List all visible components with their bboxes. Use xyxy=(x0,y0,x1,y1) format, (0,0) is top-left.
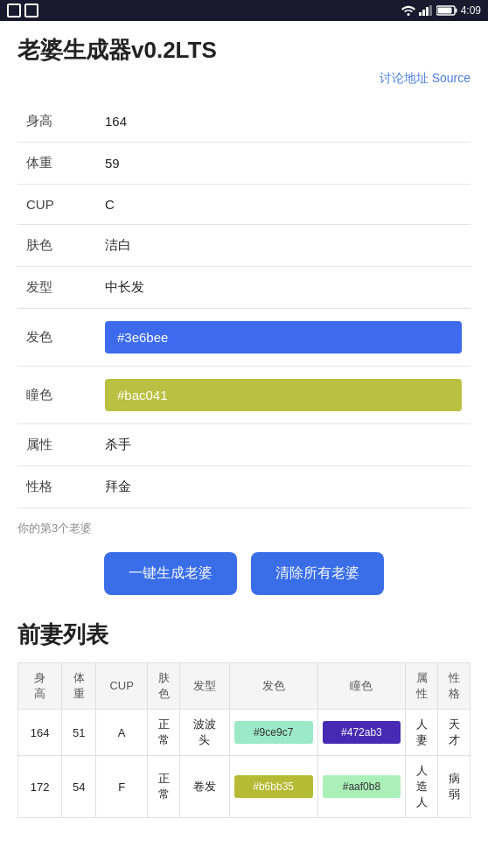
form-table: 身高 164 体重 59 CUP C 肤色 洁白 发型 中长发 发色 xyxy=(17,101,471,508)
value-eyecolor: #bac041 xyxy=(96,367,471,424)
value-weight: 59 xyxy=(96,143,471,185)
label-attribute: 属性 xyxy=(17,424,96,466)
form-row-cup: CUP C xyxy=(17,185,471,225)
col-attribute: 属性 xyxy=(406,663,438,710)
label-personality: 性格 xyxy=(17,466,96,508)
form-row-eyecolor: 瞳色 #bac041 xyxy=(17,367,471,424)
col-skin: 肤色 xyxy=(148,663,180,710)
value-personality: 拜金 xyxy=(96,466,471,508)
row1-haircolor: #9ce9c7 xyxy=(229,710,317,756)
svg-rect-3 xyxy=(426,7,429,16)
source-link[interactable]: 讨论地址 Source xyxy=(17,71,471,87)
app-container: 老婆生成器v0.2LTS 讨论地址 Source 身高 164 体重 59 CU… xyxy=(0,21,488,832)
status-square-2 xyxy=(24,4,38,18)
label-eyecolor: 瞳色 xyxy=(17,367,96,424)
row1-hairstyle: 波波头 xyxy=(179,710,229,756)
label-cup: CUP xyxy=(17,185,96,225)
col-personality: 性格 xyxy=(438,663,471,710)
clear-button[interactable]: 清除所有老婆 xyxy=(251,552,384,595)
value-attribute: 杀手 xyxy=(96,424,471,466)
form-row-weight: 体重 59 xyxy=(17,143,471,185)
list-section-title: 前妻列表 xyxy=(17,620,471,650)
label-height: 身高 xyxy=(17,101,96,143)
label-haircolor: 发色 xyxy=(17,309,96,367)
value-height: 164 xyxy=(96,101,471,143)
form-row-skin: 肤色 洁白 xyxy=(17,225,471,267)
hair-color-swatch: #3e6bee xyxy=(105,321,462,354)
row2-skin: 正常 xyxy=(148,756,180,818)
col-haircolor: 发色 xyxy=(229,663,317,710)
svg-rect-2 xyxy=(422,10,425,16)
form-row-attribute: 属性 杀手 xyxy=(17,424,471,466)
row1-height: 164 xyxy=(18,710,62,756)
svg-rect-1 xyxy=(419,12,422,16)
wife-list-table: 身高 体重 CUP 肤色 发型 发色 瞳色 属性 性格 164 51 A 正常 … xyxy=(17,662,471,818)
label-skin: 肤色 xyxy=(17,225,96,267)
col-eyecolor: 瞳色 xyxy=(317,663,406,710)
row1-hair-swatch: #9ce9c7 xyxy=(234,721,313,744)
col-weight: 体重 xyxy=(62,663,96,710)
row2-eye-swatch: #aaf0b8 xyxy=(323,775,401,798)
battery-icon xyxy=(436,5,457,16)
status-square-1 xyxy=(7,4,21,18)
list-row-1: 164 51 A 正常 波波头 #9ce9c7 #472ab3 人妻 天才 xyxy=(18,710,471,756)
svg-point-0 xyxy=(407,13,409,16)
col-height: 身高 xyxy=(18,663,62,710)
value-cup: C xyxy=(96,185,471,225)
form-row-height: 身高 164 xyxy=(17,101,471,143)
row2-height: 172 xyxy=(18,756,62,818)
row2-attribute: 人造人 xyxy=(406,756,438,818)
row2-weight: 54 xyxy=(62,756,96,818)
app-title: 老婆生成器v0.2LTS xyxy=(17,35,471,66)
row2-personality: 病弱 xyxy=(438,756,471,818)
row1-skin: 正常 xyxy=(148,710,180,756)
status-bar-left xyxy=(7,4,38,18)
row2-haircolor: #b6bb35 xyxy=(229,756,317,818)
wifi-icon xyxy=(401,5,415,16)
row1-attribute: 人妻 xyxy=(406,710,438,756)
value-haircolor: #3e6bee xyxy=(96,309,471,367)
list-header-row: 身高 体重 CUP 肤色 发型 发色 瞳色 属性 性格 xyxy=(18,663,471,710)
label-weight: 体重 xyxy=(17,143,96,185)
col-cup: CUP xyxy=(96,663,148,710)
generate-button[interactable]: 一键生成老婆 xyxy=(104,552,237,595)
row1-eyecolor: #472ab3 xyxy=(317,710,406,756)
row2-cup: F xyxy=(96,756,148,818)
form-row-haircolor: 发色 #3e6bee xyxy=(17,309,471,367)
value-hairstyle: 中长发 xyxy=(96,267,471,309)
svg-rect-4 xyxy=(429,5,432,16)
svg-rect-6 xyxy=(437,8,451,14)
form-row-personality: 性格 拜金 xyxy=(17,466,471,508)
row1-cup: A xyxy=(96,710,148,756)
col-hairstyle: 发型 xyxy=(179,663,229,710)
status-bar-right: 4:09 xyxy=(401,4,481,17)
signal-icon xyxy=(419,5,433,16)
status-bar: 4:09 xyxy=(0,0,488,21)
form-row-hairstyle: 发型 中长发 xyxy=(17,267,471,309)
button-row: 一键生成老婆 清除所有老婆 xyxy=(17,552,471,595)
row2-hairstyle: 卷发 xyxy=(179,756,229,818)
row2-eyecolor: #aaf0b8 xyxy=(317,756,406,818)
eye-color-swatch: #bac041 xyxy=(105,379,462,411)
list-row-2: 172 54 F 正常 卷发 #b6bb35 #aaf0b8 人造人 病弱 xyxy=(18,756,471,818)
svg-rect-7 xyxy=(455,9,457,13)
label-hairstyle: 发型 xyxy=(17,267,96,309)
row1-eye-swatch: #472ab3 xyxy=(323,721,401,744)
wife-note: 你的第3个老婆 xyxy=(17,521,471,536)
row1-personality: 天才 xyxy=(438,710,471,756)
value-skin: 洁白 xyxy=(96,225,471,267)
row1-weight: 51 xyxy=(62,710,96,756)
time-display: 4:09 xyxy=(461,4,481,17)
row2-hair-swatch: #b6bb35 xyxy=(234,775,313,798)
